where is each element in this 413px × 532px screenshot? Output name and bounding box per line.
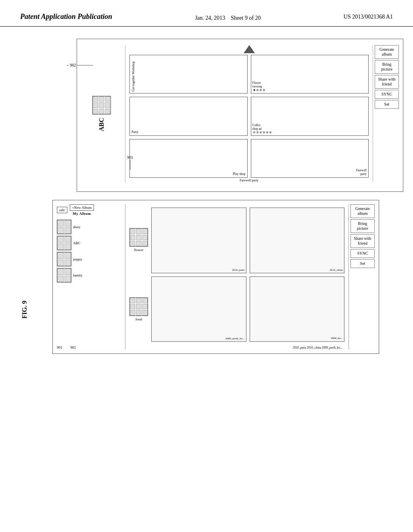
- album-name-family: family: [73, 273, 83, 277]
- album-name-abc: ABC: [73, 241, 81, 245]
- dot-empty: [263, 89, 265, 91]
- photo-cell-party: Party: [129, 97, 248, 135]
- grid-cell: [105, 96, 110, 102]
- large-photo-2[interactable]: 2010_china: [250, 208, 345, 273]
- bottom-ref-labels: 901 902: [57, 343, 123, 349]
- top-left-panel: ABC: [81, 45, 125, 182]
- flower-item[interactable]: flower: [129, 228, 148, 252]
- photo-cell-flower-viewing: Flower viewing: [251, 55, 369, 94]
- set-btn-top[interactable]: Set: [375, 100, 399, 109]
- header-date: Jan. 24, 2013: [195, 15, 225, 21]
- sync-btn-top[interactable]: SYNC: [375, 90, 399, 99]
- share-with-friend-btn-bot[interactable]: Share with friend: [350, 234, 375, 248]
- generate-album-btn-bot[interactable]: Generate album: [350, 204, 375, 218]
- large-photo-4[interactable]: 2008_ho...: [250, 276, 345, 342]
- grid-cell: [105, 109, 110, 114]
- dot-empty: [260, 89, 262, 91]
- bring-picture-btn-top[interactable]: Bring picture: [375, 60, 399, 74]
- photo-label-bottom: 2010_paris 2010_china 2009_perth_ho...: [129, 346, 344, 349]
- mid-content: flower food: [129, 204, 344, 345]
- top-diagram-wrapper: ~902 901: [65, 39, 393, 192]
- up-arrow-icon: [244, 45, 255, 53]
- bottom-mid-panel: flower food: [125, 204, 348, 349]
- list-item[interactable]: puppy: [57, 252, 123, 266]
- ref-label-902-bot: 902: [71, 345, 76, 349]
- header-sheet: Sheet 9 of 20: [231, 15, 261, 21]
- patent-number: US 2013/0021368 A1: [344, 12, 393, 20]
- photo-cell-coffee-shop: Coffee shop ad: [251, 97, 369, 135]
- share-with-friend-btn-top[interactable]: Share with friend: [375, 75, 399, 89]
- main-content: FIG. 9 ~902 901: [0, 27, 413, 366]
- list-item[interactable]: ABC: [57, 236, 123, 250]
- album-name-diary: diary: [73, 225, 81, 229]
- grid-cell: [93, 109, 98, 114]
- bottom-header: edit +New Album My Album: [57, 204, 123, 216]
- bottom-diagram-wrapper: edit +New Album My Album: [52, 200, 393, 354]
- list-item[interactable]: diary: [57, 220, 123, 234]
- abc-label: ABC: [98, 118, 105, 131]
- grid-cell: [93, 102, 98, 108]
- diagrams-wrapper: ~902 901: [52, 39, 393, 354]
- top-right-panel: Generate album Bring picture Share with …: [373, 45, 399, 182]
- grid-cell: [99, 96, 104, 102]
- bottom-left-panel: edit +New Album My Album: [57, 204, 125, 349]
- dot-row-coffee: [252, 131, 272, 134]
- photo-cell-get-together: Get-together Workshop: [129, 55, 248, 94]
- thumbnail-food: [129, 297, 148, 316]
- thumbnail-flower: [129, 228, 148, 247]
- bottom-inner: edit +New Album My Album: [57, 204, 375, 349]
- thumbnail-grid-902: [92, 96, 111, 114]
- large-photo-1[interactable]: 2010_paris: [151, 208, 246, 273]
- dot-empty: [253, 131, 255, 133]
- new-album-button[interactable]: +New Album: [70, 204, 94, 211]
- grid-cell: [105, 102, 110, 108]
- sync-btn-bot[interactable]: SYNC: [350, 249, 375, 258]
- large-photo-grid: 2010_paris 2010_china 2009_perth_ho... 2…: [151, 208, 344, 342]
- food-label: food: [136, 317, 142, 321]
- edit-button[interactable]: edit: [57, 207, 67, 213]
- dot-filled: [253, 89, 255, 91]
- dot-empty: [257, 131, 259, 133]
- album-name-puppy: puppy: [73, 257, 82, 261]
- flower-label: flower: [134, 248, 144, 252]
- grid-cell: [99, 109, 104, 114]
- bottom-diagram: edit +New Album My Album: [52, 200, 379, 354]
- farewell-label-bottom: Farewell party: [129, 179, 369, 182]
- photo-cell-farewell-top: Farewell party: [251, 139, 369, 178]
- fig-label: FIG. 9: [21, 301, 28, 318]
- thumbnail-family: [57, 268, 71, 283]
- thumbnail-puppy: [57, 252, 71, 266]
- ref-label-901-bot: 901: [57, 345, 63, 349]
- page-header: Patent Application Publication Jan. 24, …: [0, 0, 413, 27]
- generate-album-btn-top[interactable]: Generate album: [375, 45, 399, 59]
- top-diagram: ABC Get-together Workshop: [77, 39, 403, 192]
- photo-cell-play-shop: Play shop: [129, 139, 248, 178]
- grid-cell: [99, 102, 104, 108]
- publication-title: Patent Application Publication: [20, 12, 112, 21]
- set-btn-bot[interactable]: Set: [350, 259, 375, 268]
- dot-empty: [266, 131, 268, 133]
- food-item[interactable]: food: [129, 297, 148, 321]
- dot-empty: [260, 131, 262, 133]
- bring-picture-btn-bot[interactable]: Bring picture: [350, 219, 375, 233]
- dot-empty: [257, 89, 259, 91]
- thumb-column: flower food: [129, 208, 148, 342]
- top-inner: ABC Get-together Workshop: [81, 45, 399, 182]
- my-album-label: My Album: [73, 212, 91, 216]
- bottom-right-panel: Generate album Bring picture Share with …: [348, 204, 375, 349]
- dot-empty: [269, 131, 271, 133]
- top-mid-panel: Get-together Workshop Flower viewing: [125, 45, 373, 182]
- thumbnail-diary: [57, 220, 71, 234]
- list-item[interactable]: family: [57, 268, 123, 283]
- album-list: diary ABC: [57, 218, 123, 343]
- dot-indicators: [252, 88, 266, 92]
- header-date-sheet: Jan. 24, 2013 Sheet 9 of 20: [195, 12, 261, 22]
- dot-empty: [263, 131, 265, 133]
- grid-cell: [93, 96, 98, 102]
- thumbnail-abc: [57, 236, 71, 250]
- top-photo-grid: Get-together Workshop Flower viewing: [129, 55, 369, 178]
- large-photo-3[interactable]: 2009_perth_ho...: [151, 276, 246, 342]
